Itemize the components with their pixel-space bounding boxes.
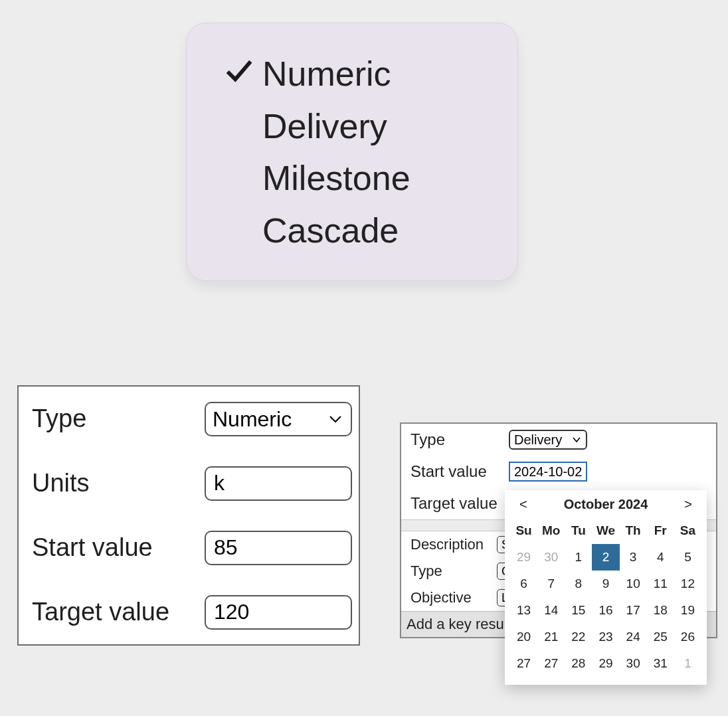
calendar-day[interactable]: 15: [565, 597, 592, 624]
start-value-date-input[interactable]: [509, 462, 587, 482]
units-input[interactable]: [205, 466, 352, 501]
calendar-day[interactable]: 30: [620, 650, 647, 677]
calendar-day[interactable]: 14: [537, 597, 565, 624]
calendar-day[interactable]: 1: [674, 650, 701, 677]
calendar-day[interactable]: 17: [620, 597, 647, 624]
date-picker-popup: < October 2024 > Su Mo Tu We Th Fr Sa 29…: [505, 490, 707, 685]
calendar-grid: Su Mo Tu We Th Fr Sa 2930123456789101112…: [510, 517, 701, 677]
calendar-day[interactable]: 1: [565, 544, 592, 571]
type-label: Type: [410, 430, 509, 449]
calendar-day[interactable]: 31: [647, 650, 674, 677]
calendar-day[interactable]: 23: [592, 624, 619, 650]
calendar-day[interactable]: 5: [674, 544, 701, 571]
dropdown-option-delivery[interactable]: Delivery: [216, 100, 488, 153]
calendar-day[interactable]: 10: [620, 571, 647, 597]
calendar-day[interactable]: 2: [592, 544, 619, 571]
description-label: Description: [410, 536, 497, 553]
calendar-day[interactable]: 6: [510, 571, 537, 597]
calendar-day[interactable]: 4: [647, 544, 674, 571]
calendar-day[interactable]: 28: [565, 650, 592, 677]
weekday-header: Th: [620, 517, 647, 544]
calendar-day[interactable]: 9: [592, 571, 619, 597]
calendar-day[interactable]: 24: [620, 624, 647, 650]
weekday-header: Mo: [537, 517, 565, 544]
calendar-day[interactable]: 8: [565, 571, 592, 597]
start-value-label: Start value: [410, 462, 509, 481]
calendar-day[interactable]: 26: [674, 624, 701, 650]
calendar-day[interactable]: 30: [537, 544, 565, 571]
dropdown-option-milestone[interactable]: Milestone: [216, 152, 488, 205]
calendar-day[interactable]: 7: [537, 571, 565, 597]
calendar-day[interactable]: 29: [510, 544, 537, 571]
calendar-day[interactable]: 11: [647, 571, 674, 597]
start-value-label: Start value: [32, 533, 205, 562]
calendar-month-label: October 2024: [564, 497, 648, 512]
calendar-day[interactable]: 21: [537, 624, 565, 650]
calendar-prev-button[interactable]: <: [515, 497, 531, 512]
dropdown-option-numeric[interactable]: Numeric: [216, 47, 488, 100]
type-select[interactable]: Delivery: [509, 430, 587, 450]
weekday-header: Su: [510, 517, 537, 544]
calendar-day[interactable]: 12: [674, 571, 701, 597]
dropdown-option-label: Delivery: [262, 108, 387, 145]
weekday-header: Tu: [565, 517, 592, 544]
weekday-header: Sa: [674, 517, 701, 544]
calendar-day[interactable]: 25: [647, 624, 674, 650]
calendar-day[interactable]: 3: [620, 544, 647, 571]
calendar-day[interactable]: 22: [565, 624, 592, 650]
check-icon: [216, 55, 262, 92]
calendar-next-button[interactable]: >: [680, 497, 696, 512]
type-label: Type: [32, 404, 205, 433]
objective-label: Objective: [410, 589, 497, 606]
target-value-label: Target value: [410, 494, 509, 513]
weekday-header: We: [592, 517, 619, 544]
calendar-day[interactable]: 27: [510, 650, 537, 677]
calendar-day[interactable]: 27: [537, 650, 565, 677]
dropdown-option-label: Numeric: [262, 56, 391, 92]
calendar-day[interactable]: 29: [592, 650, 619, 677]
dropdown-option-label: Cascade: [262, 213, 399, 249]
start-value-input[interactable]: [205, 531, 352, 565]
calendar-day[interactable]: 16: [592, 597, 619, 624]
numeric-form-panel: Type Numeric Units Start value Target va…: [17, 385, 360, 646]
type2-label: Type: [410, 563, 497, 580]
calendar-day[interactable]: 18: [647, 597, 674, 624]
units-label: Units: [32, 469, 205, 497]
target-value-input[interactable]: [205, 595, 352, 630]
calendar-day[interactable]: 13: [510, 597, 537, 624]
calendar-day[interactable]: 20: [510, 624, 537, 650]
target-value-label: Target value: [32, 598, 205, 626]
weekday-header: Fr: [647, 517, 674, 544]
type-dropdown-list[interactable]: Numeric Delivery Milestone Cascade: [186, 23, 518, 281]
dropdown-option-cascade[interactable]: Cascade: [216, 205, 488, 257]
dropdown-option-label: Milestone: [262, 160, 410, 197]
type-select[interactable]: Numeric: [205, 402, 352, 436]
calendar-day[interactable]: 19: [674, 597, 701, 624]
